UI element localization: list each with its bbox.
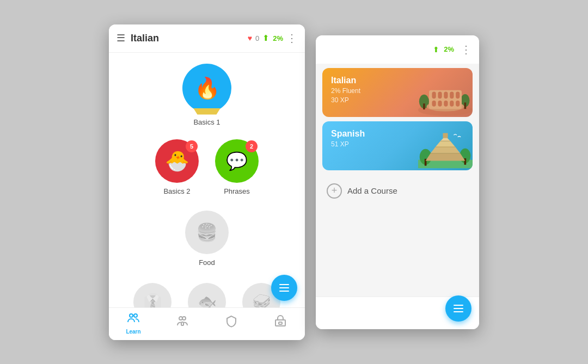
phrases-label: Phrases (224, 187, 250, 195)
svg-rect-41 (454, 308, 463, 309)
add-course-label: Add a Course (347, 186, 397, 195)
xp-area: ♥ 0 ⬆ 2% (248, 33, 283, 43)
course-card-spanish[interactable]: Spanish 51 XP (322, 121, 473, 170)
add-course-icon: + (327, 183, 342, 199)
sandwich-icon: 🥪 (252, 293, 271, 307)
food-label: Food (199, 258, 215, 267)
xp-count: 0 (255, 34, 259, 42)
shield-icon (225, 314, 238, 331)
svg-rect-9 (279, 322, 282, 324)
menu-icon[interactable]: ☰ (117, 32, 125, 44)
svg-rect-40 (454, 305, 463, 306)
svg-marker-34 (436, 141, 455, 147)
svg-rect-0 (279, 284, 289, 285)
svg-point-4 (134, 314, 137, 317)
italian-image (418, 68, 473, 117)
learn-label: Learn (126, 329, 140, 335)
fish-icon: 🐟 (198, 293, 217, 307)
svg-marker-33 (431, 147, 461, 153)
phrases-circle: 💬 2 (215, 139, 259, 183)
skill-food[interactable]: 🍔 Food (185, 211, 229, 267)
chat-icon: 💬 (226, 151, 248, 171)
svg-rect-2 (279, 291, 289, 292)
svg-rect-8 (275, 320, 285, 326)
people-icon (176, 314, 189, 331)
pyramid-svg (418, 124, 473, 170)
svg-rect-26 (456, 100, 460, 106)
colosseum-svg (418, 71, 473, 117)
svg-rect-36 (443, 133, 448, 138)
nav-people[interactable] (158, 314, 207, 333)
nav-shield[interactable] (207, 314, 256, 333)
burger-icon: 🍔 (196, 222, 218, 243)
svg-rect-12 (423, 103, 425, 109)
bars-icon (278, 281, 291, 294)
row2: 🐣 5 Basics 2 💬 2 Phrases (155, 139, 259, 195)
phrases-badge: 2 (246, 140, 258, 152)
spanish-image (418, 121, 473, 170)
more-icon[interactable]: ⋮ (286, 32, 297, 45)
right-percent: 2% (444, 45, 454, 53)
svg-rect-18 (438, 91, 442, 98)
svg-point-6 (182, 317, 186, 320)
heart-icon: ♥ (248, 34, 252, 42)
skill-basics2[interactable]: 🐣 5 Basics 2 (155, 139, 199, 195)
food-row: 🍔 Food (185, 211, 229, 267)
fab-button[interactable] (271, 275, 297, 301)
svg-rect-20 (450, 91, 454, 98)
skill-tie[interactable]: 👔 (133, 283, 171, 307)
svg-rect-42 (454, 311, 463, 312)
tie-icon: 👔 (143, 293, 162, 307)
partial-skills-row: 👔 🐟 🥪 (133, 283, 280, 307)
svg-rect-19 (444, 91, 448, 98)
basics2-circle: 🐣 5 (155, 139, 199, 183)
basics1-label: Basics 1 (193, 118, 220, 126)
nav-shop[interactable] (256, 314, 305, 333)
food-circle: 🍔 (185, 211, 229, 254)
flame-icon: 🔥 (194, 76, 220, 100)
svg-rect-17 (432, 91, 436, 98)
svg-rect-31 (464, 158, 467, 164)
top-bar-left: ☰ Italian ♥ 0 ⬆ 2% ⋮ (109, 24, 305, 53)
add-course-row[interactable]: + Add a Course (316, 175, 479, 207)
skill-phrases[interactable]: 💬 2 Phrases (215, 139, 259, 195)
percent-label: 2% (273, 34, 283, 42)
svg-rect-21 (456, 91, 460, 98)
page-title: Italian (131, 33, 248, 44)
basics2-label: Basics 2 (163, 187, 190, 195)
right-more-icon[interactable]: ⋮ (461, 43, 471, 56)
chick-icon: 🐣 (165, 150, 189, 172)
svg-marker-32 (426, 153, 465, 161)
left-phone: ☰ Italian ♥ 0 ⬆ 2% ⋮ 🔥 Basics 1 🐣 (109, 24, 305, 340)
skill-fish[interactable]: 🐟 (188, 283, 226, 307)
svg-rect-7 (181, 322, 183, 325)
nav-learn[interactable]: Learn (109, 311, 158, 337)
top-bar-right: ⬆ 2% ⋮ (316, 35, 479, 64)
streak-icon: ⬆ (262, 33, 270, 43)
svg-point-3 (130, 314, 133, 317)
svg-rect-1 (279, 287, 289, 288)
shop-icon (274, 314, 287, 331)
learn-icon (127, 311, 140, 328)
basics2-badge: 5 (186, 140, 198, 152)
right-bars-icon (452, 302, 465, 315)
right-phone: ⬆ 2% ⋮ Italian 2% Fluent 30 XP (316, 35, 479, 329)
svg-rect-24 (444, 100, 448, 106)
svg-rect-23 (438, 100, 442, 106)
svg-rect-22 (432, 100, 436, 106)
course-card-italian[interactable]: Italian 2% Fluent 30 XP (322, 68, 473, 117)
right-fab-button[interactable] (445, 295, 471, 322)
svg-rect-14 (464, 102, 467, 109)
basics1-circle: 🔥 (182, 64, 231, 113)
right-streak-icon: ⬆ (433, 45, 439, 54)
bottom-nav: Learn (109, 307, 305, 340)
skill-content: 🔥 Basics 1 🐣 5 Basics 2 💬 2 Phrases (109, 53, 305, 307)
svg-rect-25 (450, 100, 454, 106)
basics1-row: 🔥 Basics 1 (182, 64, 231, 126)
skill-basics1[interactable]: 🔥 Basics 1 (182, 64, 231, 126)
